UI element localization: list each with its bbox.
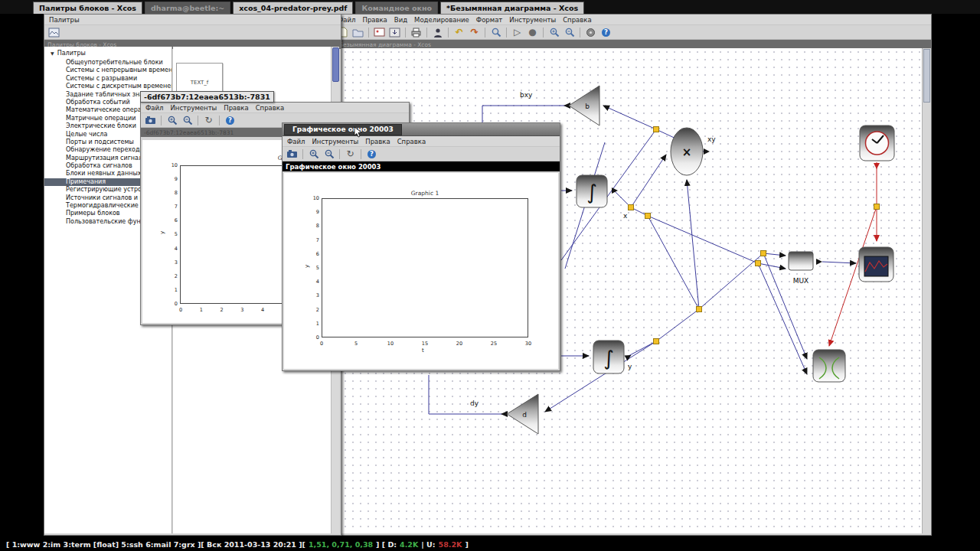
x-tick: 2 bbox=[215, 307, 229, 313]
zoom-out-icon[interactable] bbox=[322, 148, 335, 160]
plot-front-menubar: ФайлИнструментыПравкаСправка bbox=[283, 136, 560, 146]
stop-simulation-icon[interactable]: ● bbox=[526, 26, 539, 38]
svg-text:bxy: bxy bbox=[520, 91, 533, 99]
menu-item[interactable]: Файл bbox=[145, 104, 163, 112]
palette-view-icon[interactable] bbox=[47, 26, 60, 38]
fit-diagram-icon[interactable] bbox=[584, 26, 597, 38]
product-block[interactable]: × bbox=[671, 128, 703, 175]
toolbar-separator bbox=[161, 116, 162, 126]
taskbar-tab[interactable]: Командное окно bbox=[355, 2, 438, 14]
start-simulation-icon[interactable]: ▷ bbox=[511, 26, 524, 38]
zoom-out-icon[interactable] bbox=[563, 26, 576, 38]
menu-item[interactable]: Инструменты bbox=[170, 104, 217, 112]
redo-icon[interactable]: ↷ bbox=[468, 26, 481, 38]
y-tick: 8 bbox=[316, 223, 319, 229]
integrator-y-block[interactable]: ∫ bbox=[593, 341, 624, 373]
export-image-icon[interactable] bbox=[373, 26, 386, 38]
plot-box bbox=[322, 198, 528, 337]
zoom-out-icon[interactable] bbox=[181, 114, 194, 126]
tree-item[interactable]: Системы с дискретным временем bbox=[44, 83, 172, 90]
cscopxy-block[interactable] bbox=[813, 350, 845, 382]
y-tick: 5 bbox=[175, 231, 178, 237]
toolbar-separator bbox=[426, 28, 427, 37]
plot-front-titlebar[interactable]: Графическое окно 20003 bbox=[283, 123, 560, 136]
mux-block[interactable]: MUX bbox=[789, 252, 813, 285]
undo-icon[interactable]: ↶ bbox=[452, 26, 466, 38]
zoom-in-icon[interactable] bbox=[547, 26, 560, 38]
tree-item[interactable]: Общеупотребительные блоки bbox=[44, 59, 172, 67]
zoom-in-icon[interactable] bbox=[165, 114, 178, 126]
x-tick: 20 bbox=[452, 341, 466, 347]
plot-front-toolbar: ↻ ? bbox=[283, 146, 560, 161]
y-tick: 1 bbox=[316, 321, 319, 327]
x-tick: 10 bbox=[384, 341, 397, 347]
upload-rate: 58.2K bbox=[439, 540, 462, 549]
help-icon[interactable]: ? bbox=[224, 114, 237, 126]
workspace-list[interactable]: [ 1:www 2:im 3:term [float] 5:ssh 6:mail… bbox=[6, 540, 305, 549]
taskbar-tab[interactable]: Палитры блоков - Xcos bbox=[33, 2, 142, 14]
y-tick: 0 bbox=[316, 334, 319, 341]
tree-root[interactable]: ▼ Палитры bbox=[44, 48, 172, 57]
toolbar-separator bbox=[339, 149, 340, 159]
menu-item[interactable]: Инструменты bbox=[509, 16, 556, 24]
gain-b-block[interactable]: b bbox=[569, 86, 599, 126]
menu-item[interactable]: Формат bbox=[476, 16, 503, 24]
menu-item[interactable]: Моделирование bbox=[414, 16, 469, 24]
help-icon[interactable]: ? bbox=[599, 26, 612, 38]
open-icon[interactable] bbox=[351, 26, 364, 38]
taskbar-tab[interactable]: dharma@beetle:~ bbox=[145, 2, 230, 14]
menu-item[interactable]: Правка bbox=[362, 16, 387, 24]
y-tick: 2 bbox=[175, 273, 178, 279]
export-icon[interactable] bbox=[144, 114, 157, 126]
clock-block[interactable] bbox=[860, 126, 894, 161]
print-icon[interactable] bbox=[410, 26, 423, 38]
x-tick: 0 bbox=[174, 307, 188, 313]
palette-browser-icon[interactable] bbox=[431, 26, 444, 38]
svg-text:xy: xy bbox=[707, 135, 716, 143]
plot-back-menubar: ФайлИнструментыПравкаСправка bbox=[141, 103, 409, 112]
link-points[interactable] bbox=[629, 127, 880, 344]
y-tick: 6 bbox=[316, 251, 319, 257]
y-tick: 5 bbox=[316, 265, 319, 271]
scrollbar-thumb[interactable] bbox=[923, 49, 930, 103]
cscope-block[interactable] bbox=[859, 247, 893, 282]
menu-item[interactable]: Справка bbox=[397, 138, 426, 145]
tree-item[interactable]: Системы с непрерывным временем bbox=[44, 67, 172, 74]
zoom-in-icon[interactable] bbox=[307, 148, 320, 160]
menu-item[interactable]: Правка bbox=[224, 104, 248, 112]
taskbar: Палитры блоков - Xcosdharma@beetle:~xcos… bbox=[0, 0, 980, 14]
toolbar-separator bbox=[580, 28, 580, 37]
tree-expand-icon[interactable]: ▼ bbox=[51, 51, 54, 56]
menu-item[interactable]: Файл bbox=[287, 138, 305, 145]
save-icon[interactable] bbox=[388, 26, 401, 38]
menu-item[interactable]: Палитры bbox=[49, 16, 80, 24]
menu-item[interactable]: Вид bbox=[394, 16, 407, 24]
menu-item[interactable]: Правка bbox=[365, 138, 390, 145]
xcos-vertical-scrollbar[interactable] bbox=[922, 48, 931, 533]
rotate-icon[interactable]: ↻ bbox=[202, 114, 215, 126]
event-arrowhead bbox=[874, 163, 880, 169]
taskbar-tab[interactable]: xcos_04-predator-prey.pdf bbox=[233, 2, 353, 14]
taskbar-tab[interactable]: *Безымянная диаграмма - Xcos bbox=[440, 2, 584, 14]
status-separator: ] bbox=[465, 540, 468, 549]
help-icon[interactable]: ? bbox=[365, 148, 378, 160]
y-tick: 7 bbox=[316, 237, 319, 243]
y-axis-label: y bbox=[159, 231, 165, 234]
status-separator: ] [ D: bbox=[376, 540, 397, 549]
svg-text:dy: dy bbox=[470, 399, 479, 407]
scrollbar-thumb[interactable] bbox=[332, 47, 339, 82]
rotate-icon[interactable]: ↻ bbox=[344, 148, 357, 160]
menu-item[interactable]: Справка bbox=[563, 16, 591, 24]
svg-text:∫: ∫ bbox=[586, 181, 597, 204]
export-icon[interactable] bbox=[286, 148, 299, 160]
integrator-x-block[interactable]: ∫ bbox=[577, 175, 607, 207]
svg-text:x: x bbox=[623, 212, 628, 220]
toolbar-separator bbox=[198, 116, 198, 126]
tree-item[interactable]: Системы с разрывами bbox=[44, 75, 172, 83]
zoom-area-icon[interactable] bbox=[489, 26, 502, 38]
status-separator: | U: bbox=[421, 540, 435, 549]
menu-item[interactable]: Справка bbox=[256, 104, 284, 112]
gain-d-block[interactable]: d bbox=[507, 394, 538, 434]
menu-item[interactable]: Инструменты bbox=[312, 138, 358, 145]
x-tick: 3 bbox=[235, 307, 249, 313]
